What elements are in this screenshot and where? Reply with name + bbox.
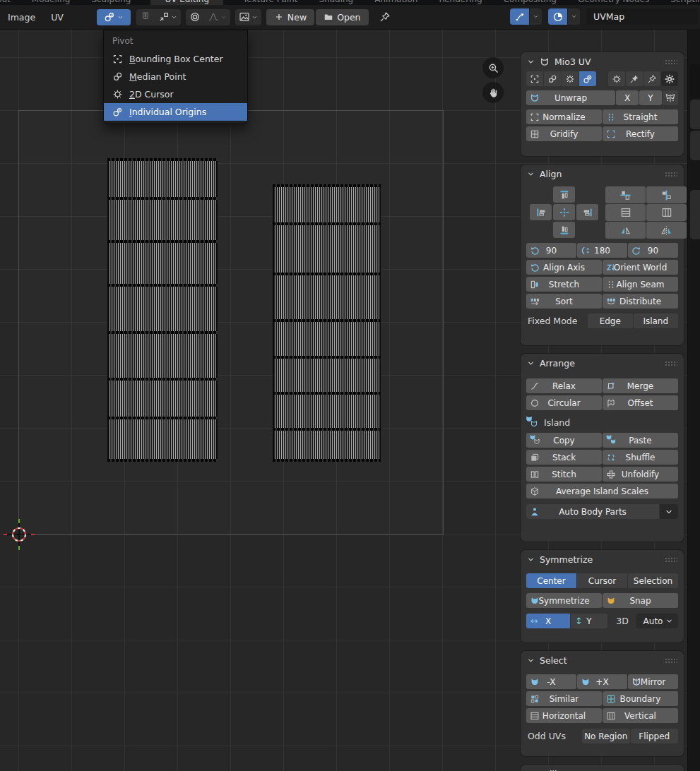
workspace-tab-compositing[interactable]: Compositing: [502, 0, 558, 5]
distribute-button[interactable]: Distribute: [603, 294, 678, 309]
menu-item-2d-cursor[interactable]: 2D Cursor: [104, 85, 247, 103]
pivot-dropdown-button[interactable]: [97, 9, 131, 25]
proportional-editing-toggle[interactable]: [186, 9, 204, 25]
panel-header-mio3-uv[interactable]: Mio3 UV: [521, 52, 684, 71]
panel-header-utility[interactable]: Utility: [521, 765, 684, 771]
fixed-mode-edge-button[interactable]: Edge: [588, 313, 633, 328]
snap-button[interactable]: Snap: [603, 593, 678, 608]
panel-header-select[interactable]: Select: [521, 651, 684, 670]
menu-item-bounding-box-center[interactable]: Bounding Box Center: [104, 50, 247, 68]
island-stitch-button[interactable]: Stitch: [526, 467, 602, 482]
select-flipped-button[interactable]: Flipped: [631, 729, 679, 743]
mirror-button[interactable]: [646, 222, 687, 239]
pin-filled-toggle[interactable]: [626, 71, 643, 86]
uv-island-right[interactable]: [273, 186, 381, 460]
gridify-button[interactable]: Gridify: [526, 126, 602, 141]
uv-map-name-field[interactable]: UVMap: [586, 8, 698, 25]
panel-header-arrange[interactable]: Arrange: [521, 354, 684, 373]
panel-grip[interactable]: [665, 658, 677, 663]
panel-grip[interactable]: [665, 361, 677, 366]
workspace-tab-sculpting[interactable]: Sculpting: [90, 0, 132, 5]
align-axis-button[interactable]: Align Axis: [526, 260, 602, 275]
pin-image-toggle[interactable]: [376, 9, 394, 25]
workspace-tab-texture-paint[interactable]: Texture Paint: [242, 0, 299, 5]
panel-grip[interactable]: [665, 59, 677, 64]
new-image-button[interactable]: New: [266, 9, 314, 25]
pin-outline-toggle[interactable]: [643, 71, 660, 86]
sidebar-tab[interactable]: [690, 100, 700, 129]
pivot-bbox-toggle[interactable]: [526, 71, 543, 86]
align-left-button[interactable]: [530, 204, 552, 220]
align-top-button[interactable]: [553, 186, 575, 203]
unwrap-button[interactable]: Unwrap: [526, 90, 615, 105]
stretch-button[interactable]: Stretch: [526, 277, 602, 292]
flip-horizontal-button[interactable]: [605, 222, 646, 239]
menu-uv[interactable]: UV: [43, 12, 71, 23]
island-unfoldify-button[interactable]: Unfoldify: [603, 467, 678, 482]
open-image-button[interactable]: Open: [316, 9, 368, 25]
uv-select-mode-dropdown[interactable]: [548, 8, 580, 25]
sidebar-tab[interactable]: [690, 131, 700, 160]
distribute-horizontal-button[interactable]: [605, 204, 646, 221]
select-no-region-button[interactable]: No Region: [582, 729, 630, 743]
menu-item-individual-origins[interactable]: Individual Origins: [104, 103, 247, 121]
circular-button[interactable]: Circular: [526, 395, 602, 410]
island-stack-button[interactable]: Stack: [526, 450, 602, 465]
symmetrize-3d-auto-dropdown[interactable]: Auto: [636, 614, 678, 628]
offset-button[interactable]: Offset: [603, 395, 678, 410]
image-browse-dropdown[interactable]: [235, 9, 261, 25]
workspace-tab-uv-editing[interactable]: UV Editing: [150, 0, 223, 5]
panel-header-symmetrize[interactable]: Symmetrize: [521, 550, 684, 569]
workspace-tab-rendering[interactable]: Rendering: [437, 0, 483, 5]
symmetrize-mode-cursor[interactable]: Cursor: [577, 573, 627, 588]
average-island-scales-button[interactable]: Average Island Scales: [526, 484, 678, 498]
sticky-selection-dropdown[interactable]: [510, 8, 542, 25]
island-copy-button[interactable]: Copy: [526, 433, 602, 448]
workspace-tab-modeling[interactable]: Modeling: [30, 0, 72, 5]
zoom-gizmo-button[interactable]: [482, 57, 504, 78]
select-similar-button[interactable]: Similar: [526, 691, 602, 706]
sidebar-tab[interactable]: [690, 64, 700, 98]
rotate-180-button[interactable]: 180: [577, 243, 627, 258]
symmetrize-axis-y[interactable]: ↕ Y: [571, 614, 607, 628]
symmetrize-button[interactable]: Symmetrize: [526, 593, 602, 608]
workspace-tab-geometry-nodes[interactable]: Geometry Nodes: [576, 0, 651, 5]
sidebar-tab[interactable]: [690, 190, 700, 239]
auto-body-parts-dropdown[interactable]: [660, 504, 678, 519]
sort-button[interactable]: Sort: [526, 294, 602, 309]
unwrap-x-button[interactable]: X: [616, 90, 639, 105]
snap-target-dropdown[interactable]: [155, 9, 181, 25]
rotate-left-90-button[interactable]: 90: [526, 243, 576, 258]
symmetry-butterfly-toggle[interactable]: [663, 90, 678, 105]
workspace-tab-layout[interactable]: Layout: [0, 0, 12, 5]
proportional-falloff-dropdown[interactable]: [204, 9, 230, 25]
rectify-button[interactable]: Rectify: [603, 126, 678, 141]
align-center-button[interactable]: [553, 204, 575, 220]
menu-item-median-point[interactable]: Median Point: [104, 68, 247, 85]
select-vertical-button[interactable]: Vertical: [603, 708, 678, 723]
align-bottom-button[interactable]: [553, 222, 575, 238]
pivot-median-toggle[interactable]: [544, 71, 561, 86]
symmetrize-mode-selection[interactable]: Selection: [628, 573, 678, 588]
align-middle-horizontal-button[interactable]: [605, 186, 646, 203]
pivot-2d-cursor-toggle[interactable]: [562, 71, 579, 86]
merge-button[interactable]: Merge: [603, 378, 678, 393]
snap-magnet-toggle[interactable]: [136, 9, 155, 25]
island-paste-button[interactable]: Paste: [603, 433, 678, 448]
settings-gear-button[interactable]: [661, 71, 678, 86]
orient-world-button[interactable]: Orient World: [603, 260, 678, 275]
pivot-individual-origins-toggle[interactable]: [579, 71, 596, 86]
panel-header-align[interactable]: Align: [521, 165, 684, 184]
cursor-option-toggle[interactable]: [608, 71, 625, 86]
panel-grip[interactable]: [665, 557, 677, 562]
auto-body-parts-button[interactable]: Auto Body Parts: [526, 504, 659, 519]
symmetrize-axis-x[interactable]: ↔ X: [526, 614, 570, 628]
symmetrize-mode-center[interactable]: Center: [526, 573, 576, 588]
pan-gizmo-button[interactable]: [482, 82, 504, 103]
uv-island-left[interactable]: [107, 160, 218, 460]
select-neg-x-button[interactable]: -X: [526, 674, 576, 689]
fixed-mode-island-button[interactable]: Island: [634, 313, 679, 328]
workspace-tab-animation[interactable]: Animation: [373, 0, 419, 5]
select-pos-x-button[interactable]: +X: [577, 674, 627, 689]
normalize-button[interactable]: Normalize: [526, 109, 602, 124]
